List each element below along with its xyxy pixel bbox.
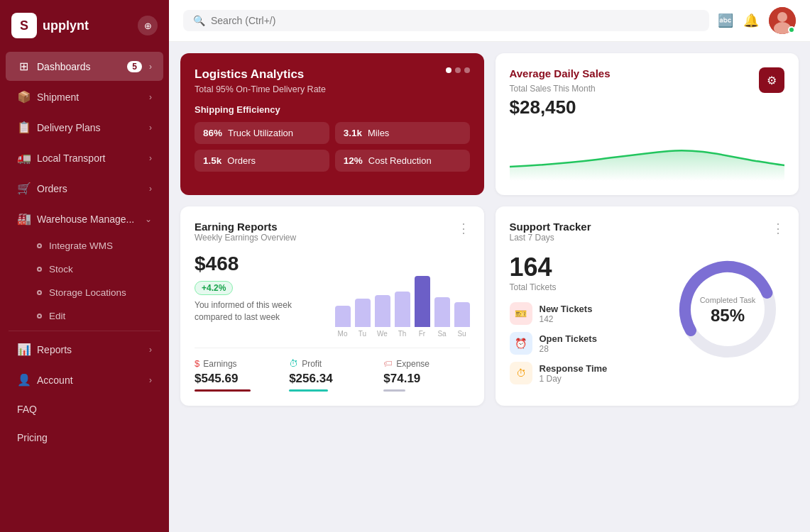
metric-miles: 3.1k Miles [335,122,470,144]
sales-subtitle: Total Sales This Month [510,84,611,94]
metrics-grid: 86% Truck Utilization 3.1k Miles 1.5k Or… [195,122,470,172]
response-time-info: Response Time 1 Day [540,363,608,384]
sidebar-item-label: Account [37,375,142,386]
stat-expense: 🏷 Expense $74.19 [383,358,469,392]
bar-fr [415,276,430,327]
shipping-efficiency-label: Shipping Efficiency [195,104,470,115]
bar-item-fr: Fr [415,276,430,338]
bar-label-we: We [377,330,388,338]
sidebar-item-label: Local Transport [37,153,142,164]
account-icon: 👤 [17,373,30,387]
stat-profit: ⏱ Profit $256.34 [289,358,375,392]
dot-3[interactable] [464,67,470,73]
settings-button[interactable]: ⚙ [759,67,784,93]
sidebar: S upplynt ⊕ ⊞ Dashboards 5 › 📦 Shipment … [0,0,169,532]
shipment-icon: 📦 [17,90,30,104]
sales-amount: $28,450 [510,96,611,118]
sidebar-item-label: Reports [37,344,142,355]
dot-2[interactable] [455,67,461,73]
dashboard-grid: Logistics Analytics Total 95% On-Time De… [169,42,810,417]
sub-dot [37,314,42,318]
ticket-row-new: 🎫 New Tickets 142 [510,302,660,325]
donut-sub-label: Completed Task [700,296,756,304]
earnings-icon: $ [195,358,199,369]
sidebar-item-shipment[interactable]: 📦 Shipment › [6,82,163,111]
sidebar-item-warehouse[interactable]: 🏭 Warehouse Manage... ⌄ [6,204,163,233]
logistics-title: Logistics Analytics [195,67,326,82]
bar-sa [434,297,450,327]
stat-earnings: $ Earnings $545.69 [195,358,280,392]
open-tickets-name: Open Tickets [540,333,597,344]
earning-bar-chart: MoTuWeThFrSaSu [335,281,470,338]
donut-label: Completed Task 85% [700,296,756,326]
support-more-icon[interactable]: ⋮ [772,221,784,236]
logo-icon: S [11,13,37,38]
metric-label-3: Orders [227,155,256,166]
dot-1[interactable] [446,67,451,73]
delivery-icon: 📋 [17,121,30,134]
sidebar-item-stock[interactable]: Stock [6,258,163,280]
expense-bar [383,389,405,392]
sidebar-item-delivery-plans[interactable]: 📋 Delivery Plans › [6,113,163,142]
bell-icon[interactable]: 🔔 [743,13,759,28]
earnings-value: $545.69 [195,372,280,386]
logo-menu-button[interactable]: ⊕ [138,16,158,35]
metric-val-4: 12% [344,155,363,166]
translate-icon[interactable]: 🔤 [718,13,733,28]
bar-label-su: Su [457,330,466,338]
support-card: Support Tracker Last 7 Days ⋮ 164 Total … [496,206,799,406]
response-time-icon: ⏱ [510,362,532,384]
earning-note: You informed of this week compared to la… [195,299,324,323]
sidebar-item-local-transport[interactable]: 🚛 Local Transport › [6,143,163,172]
bar-mo [335,306,351,327]
sidebar-item-edit[interactable]: Edit [6,305,163,327]
transport-arrow: › [149,153,152,163]
bar-item-sa: Sa [434,297,450,338]
sidebar-item-label: Warehouse Manage... [37,214,138,225]
new-tickets-icon: 🎫 [510,302,532,325]
metric-label-1: Truck Utilization [228,128,293,138]
sidebar-item-account[interactable]: 👤 Account › [6,365,163,394]
sidebar-item-reports[interactable]: 📊 Reports › [6,335,163,364]
metric-truck-utilization: 86% Truck Utilization [195,122,329,144]
sidebar-item-label: Orders [37,183,142,194]
metric-val-3: 1.5k [203,155,221,166]
new-tickets-count: 142 [540,314,593,324]
sub-dot [37,267,42,272]
earning-more-icon[interactable]: ⋮ [457,221,470,236]
bar-label-tu: Tu [359,330,366,338]
earning-card: Earning Reports Weekly Earnings Overview… [180,206,484,406]
user-avatar-wrap[interactable] [769,7,796,34]
dashboards-badge: 5 [127,61,142,72]
bar-we [375,295,390,327]
sidebar-item-orders[interactable]: 🛒 Orders › [6,174,163,203]
sidebar-sub-label: Storage Locations [49,287,126,298]
sidebar-item-label: Delivery Plans [37,122,142,133]
sidebar-sub-label: Edit [49,311,65,321]
svg-point-1 [777,12,787,22]
sidebar-item-faq[interactable]: FAQ [6,396,163,423]
donut-percent: 85% [700,306,756,326]
sidebar-item-storage-locations[interactable]: Storage Locations [6,282,163,304]
earning-stats-row: $ Earnings $545.69 ⏱ Profit $256.34 [195,348,470,392]
logo-text: upplynt [43,18,89,33]
transport-icon: 🚛 [17,151,30,165]
support-main: 164 Total Tickets 🎫 New Tickets 142 ⏰ Op… [510,253,785,392]
metric-label-4: Cost Reduction [368,155,432,166]
sidebar-item-dashboards[interactable]: ⊞ Dashboards 5 › [6,52,163,81]
support-subtitle: Last 7 Days [510,233,591,243]
expense-icon: 🏷 [383,358,393,369]
support-left: 164 Total Tickets 🎫 New Tickets 142 ⏰ Op… [510,253,660,392]
ticket-row-open: ⏰ Open Tickets 28 [510,332,660,355]
sidebar-item-integrate-wms[interactable]: Integrate WMS [6,235,163,257]
sidebar-item-label: Dashboards [37,61,120,72]
bar-item-we: We [375,295,390,338]
search-input[interactable] [211,15,699,26]
expense-label: Expense [396,359,429,369]
sidebar-item-pricing[interactable]: Pricing [6,424,163,451]
orders-icon: 🛒 [17,182,30,195]
metric-label-2: Miles [368,128,389,138]
bar-th [395,292,410,327]
search-bar[interactable]: 🔍 [183,10,709,31]
bar-label-fr: Fr [419,330,425,338]
